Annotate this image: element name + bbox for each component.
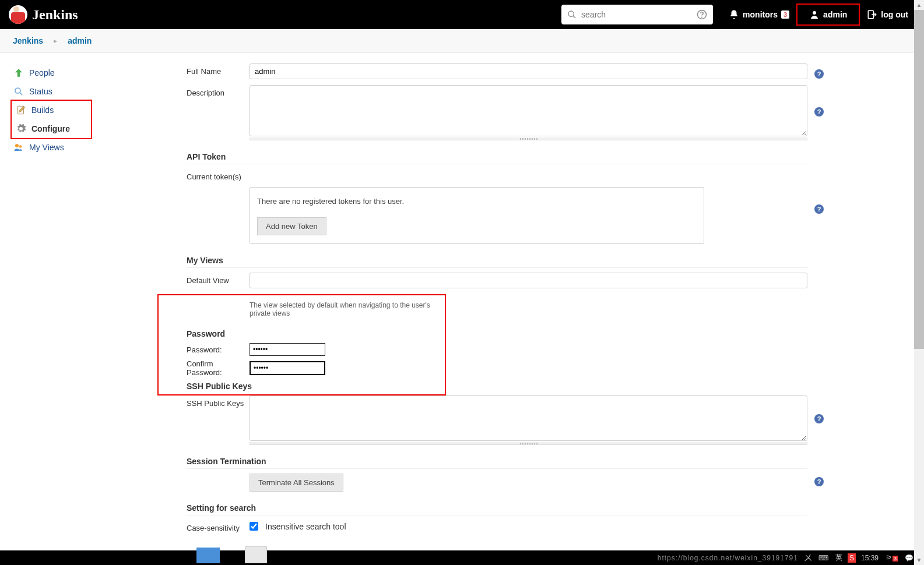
main-content: Full Name ? Description ? API Token Curr… <box>187 53 924 565</box>
notification-icon[interactable]: 💬 <box>903 554 915 562</box>
checkbox-label: Insensitive search tool <box>265 522 346 531</box>
highlight-box-password: The view selected by default when naviga… <box>157 294 446 396</box>
sidebar-item-builds[interactable]: Builds <box>13 101 91 119</box>
search-box[interactable] <box>561 5 713 24</box>
sidebar-item-myviews[interactable]: My Views <box>10 138 187 157</box>
sidebar-item-people[interactable]: People <box>10 63 187 82</box>
token-box: There are no registered tokens for this … <box>250 187 704 244</box>
section-ssh: SSH Public Keys <box>187 382 445 393</box>
svg-point-9 <box>15 144 19 147</box>
highlight-box-admin: admin <box>796 3 860 26</box>
system-tray: 㐅 ⌨ 英 S 15:39 🏳3 💬 <box>803 553 915 563</box>
case-sensitivity-checkbox[interactable] <box>250 522 258 531</box>
token-empty-msg: There are no registered tokens for this … <box>257 197 697 206</box>
case-sensitivity-label: Case-sensitivity <box>187 520 250 532</box>
default-view-label: Default View <box>187 273 250 285</box>
default-view-input[interactable] <box>250 273 807 288</box>
svg-point-4 <box>813 11 816 15</box>
help-icon[interactable]: ? <box>814 69 824 79</box>
description-input[interactable] <box>250 85 807 136</box>
brand-text: Jenkins <box>32 7 78 23</box>
confirm-password-input[interactable] <box>250 361 325 375</box>
monitors-badge: 3 <box>781 10 789 19</box>
ime-lang-icon[interactable]: 英 <box>834 553 844 563</box>
flag-icon[interactable]: 🏳3 <box>884 554 900 562</box>
scroll-up-arrow[interactable]: ▲ <box>914 0 924 10</box>
top-header: Jenkins monitors 3 admin log out <box>0 0 924 29</box>
scroll-thumb[interactable] <box>914 10 924 349</box>
watermark-text: https://blog.csdn.net/weixin_39191791 <box>658 554 798 562</box>
highlight-box-sidebar: Builds Configure <box>10 100 92 139</box>
resize-handle[interactable] <box>250 442 807 445</box>
monitors-link[interactable]: monitors 3 <box>722 9 796 20</box>
password-input[interactable] <box>250 343 325 356</box>
svg-point-0 <box>568 11 574 16</box>
ime-icon[interactable]: 㐅 <box>803 553 813 563</box>
terminate-sessions-button[interactable]: Terminate All Sessions <box>250 474 343 492</box>
ssh-keys-input[interactable] <box>250 396 807 441</box>
search-input[interactable] <box>581 10 697 19</box>
current-token-label: Current token(s) <box>187 169 250 181</box>
help-icon[interactable]: ? <box>814 204 824 214</box>
section-api-token: API Token <box>187 152 807 164</box>
user-views-icon <box>13 142 24 153</box>
svg-line-1 <box>573 16 575 18</box>
gear-icon <box>15 123 27 135</box>
help-icon[interactable]: ? <box>814 107 824 116</box>
section-password: Password <box>187 329 445 341</box>
breadcrumb-root[interactable]: Jenkins <box>13 36 43 45</box>
magnifier-icon <box>13 86 24 97</box>
people-up-icon <box>13 67 24 79</box>
scroll-down-arrow[interactable]: ▼ <box>914 555 924 565</box>
add-token-button[interactable]: Add new Token <box>257 217 326 235</box>
logout-label: log out <box>881 10 908 19</box>
fullname-input[interactable] <box>250 63 807 79</box>
confirm-password-label: Confirm Password: <box>187 359 250 377</box>
search-icon <box>567 10 577 19</box>
default-view-helptext: The view selected by default when naviga… <box>250 301 445 317</box>
help-icon[interactable]: ? <box>814 477 824 486</box>
user-icon <box>809 9 820 20</box>
sidebar-label: My Views <box>29 143 64 152</box>
jenkins-logo-icon <box>9 5 27 24</box>
sidebar-item-status[interactable]: Status <box>10 82 187 101</box>
ime-mode-icon[interactable]: ⌨ <box>817 554 830 562</box>
sidebar-label: Builds <box>31 105 54 115</box>
breadcrumb-separator: ▸ <box>54 37 57 45</box>
notepad-icon <box>15 104 27 116</box>
logout-link[interactable]: log out <box>860 9 915 20</box>
password-label: Password: <box>187 345 250 354</box>
ssh-keys-label: SSH Public Keys <box>187 396 250 408</box>
sidebar-label: Configure <box>31 124 70 133</box>
section-myviews: My Views <box>187 256 807 268</box>
sidebar-label: Status <box>29 87 52 96</box>
sogou-icon[interactable]: S <box>848 553 856 563</box>
svg-point-6 <box>15 88 20 93</box>
user-link[interactable]: admin <box>802 6 854 23</box>
vertical-scrollbar[interactable]: ▲ ▼ <box>914 0 924 565</box>
svg-line-7 <box>20 93 22 95</box>
logo[interactable]: Jenkins <box>9 5 78 24</box>
logout-icon <box>867 9 877 20</box>
help-icon[interactable]: ? <box>814 414 824 423</box>
breadcrumb: Jenkins ▸ admin <box>0 29 924 53</box>
sidebar-label: People <box>29 68 55 77</box>
bottom-bar: https://blog.csdn.net/weixin_39191791 㐅 … <box>0 550 924 565</box>
section-search-setting: Setting for search <box>187 503 807 515</box>
save-button[interactable] <box>196 548 220 563</box>
apply-button[interactable] <box>245 546 267 563</box>
svg-point-3 <box>702 17 702 17</box>
section-session: Session Termination <box>187 457 807 469</box>
resize-handle[interactable] <box>250 137 807 140</box>
breadcrumb-current[interactable]: admin <box>68 36 92 45</box>
bell-icon <box>729 9 739 20</box>
clock[interactable]: 15:39 <box>859 554 880 562</box>
help-icon[interactable] <box>697 9 707 20</box>
fullname-label: Full Name <box>187 63 250 76</box>
user-label: admin <box>823 10 847 19</box>
sidebar-item-configure[interactable]: Configure <box>13 119 91 138</box>
monitors-label: monitors <box>743 10 778 19</box>
svg-point-10 <box>19 145 22 148</box>
description-label: Description <box>187 85 250 97</box>
